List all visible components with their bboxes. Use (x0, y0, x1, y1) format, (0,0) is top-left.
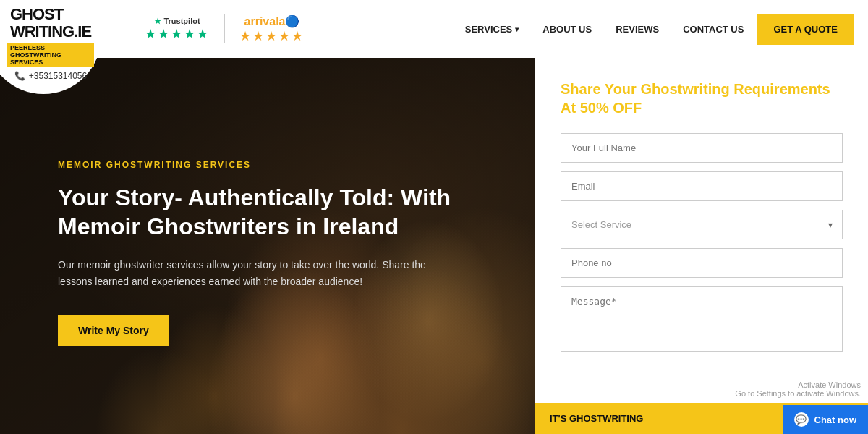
phone-field-group (561, 248, 843, 278)
phone-icon: 📞 (14, 71, 25, 81)
chat-label: Chat now (814, 414, 857, 425)
logo-subtitle: PEERLESS GHOSTWRITING SERVICES (7, 43, 94, 67)
hero-title: Your Story- Authentically Told: With Mem… (58, 183, 477, 241)
rating-divider (224, 14, 225, 43)
hero-tag: MEMOIR GHOSTWRITING SERVICES (58, 160, 499, 170)
nav-services[interactable]: SERVICES ▾ (455, 18, 529, 41)
phone-input[interactable] (561, 248, 843, 278)
trustpilot-rating: ★ Trustpilot ★★★★★ (145, 17, 210, 42)
main-nav: SERVICES ▾ ABOUT US REVIEWS CONTACT US G… (455, 14, 854, 45)
hero-description: Our memoir ghostwriter services allow yo… (58, 257, 463, 289)
email-input[interactable] (561, 171, 843, 201)
chat-icon: 💬 (794, 412, 809, 427)
main-content: MEMOIR GHOSTWRITING SERVICES Your Story-… (0, 58, 868, 434)
arrivala-label: arrivala🔵 (244, 14, 300, 28)
email-field-group (561, 171, 843, 201)
trustpilot-stars: ★★★★★ (145, 26, 210, 42)
trustpilot-label: ★ Trustpilot (154, 17, 200, 26)
form-heading: Share Your Ghostwriting Requirements At … (561, 80, 843, 117)
nav-contact-us[interactable]: CONTACT US (673, 18, 754, 41)
select-service-wrapper: Select ServiceMemoir GhostwritingBiograp… (561, 210, 843, 239)
service-select[interactable]: Select ServiceMemoir GhostwritingBiograp… (561, 210, 843, 239)
activate-windows-watermark: Activate Windows Go to Settings to activ… (735, 380, 861, 398)
header: GHOST WRITING.IE PEERLESS GHOSTWRITING S… (0, 0, 868, 58)
chevron-down-icon: ▾ (515, 25, 519, 33)
message-field-group (561, 286, 843, 354)
logo-phone: 📞 +35315314056 (14, 71, 87, 81)
service-select-group: Select ServiceMemoir GhostwritingBiograp… (561, 210, 843, 239)
arrivala-rating: arrivala🔵 ★★★★★ (239, 14, 305, 44)
nav-about-us[interactable]: ABOUT US (532, 18, 602, 41)
name-input[interactable] (561, 133, 843, 163)
hero-section: MEMOIR GHOSTWRITING SERVICES Your Story-… (0, 58, 535, 434)
nav-reviews[interactable]: REVIEWS (605, 18, 669, 41)
get-quote-button[interactable]: GET A QUOTE (757, 14, 854, 45)
name-field-group (561, 133, 843, 163)
message-textarea[interactable] (561, 286, 843, 352)
chat-button[interactable]: 💬 Chat now (783, 405, 869, 434)
write-my-story-button[interactable]: Write My Story (58, 315, 169, 346)
logo[interactable]: GHOST WRITING.IE PEERLESS GHOSTWRITING S… (0, 0, 101, 94)
header-ratings: ★ Trustpilot ★★★★★ arrivala🔵 ★★★★★ (145, 14, 305, 44)
logo-title: GHOST WRITING.IE (10, 6, 91, 41)
bottom-bar-text: IT'S GHOSTWRITING (550, 413, 643, 424)
form-panel: Share Your Ghostwriting Requirements At … (535, 58, 868, 434)
arrivala-stars: ★★★★★ (239, 28, 305, 44)
hero-content: MEMOIR GHOSTWRITING SERVICES Your Story-… (0, 58, 535, 434)
trustpilot-star-icon: ★ (154, 17, 161, 25)
